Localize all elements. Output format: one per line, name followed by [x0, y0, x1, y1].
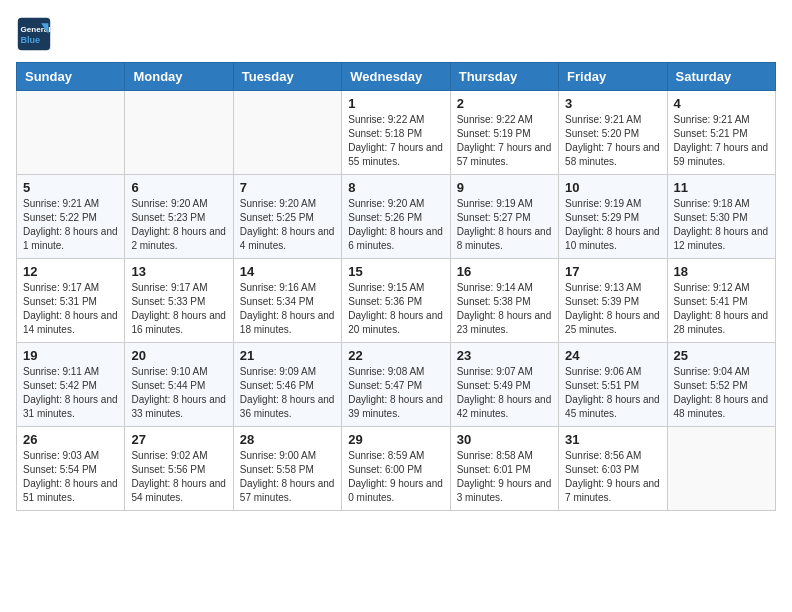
- day-number: 13: [131, 264, 226, 279]
- calendar-cell: 28Sunrise: 9:00 AM Sunset: 5:58 PM Dayli…: [233, 427, 341, 511]
- day-info: Sunrise: 9:06 AM Sunset: 5:51 PM Dayligh…: [565, 365, 660, 421]
- day-info: Sunrise: 9:03 AM Sunset: 5:54 PM Dayligh…: [23, 449, 118, 505]
- calendar-week-1: 1Sunrise: 9:22 AM Sunset: 5:18 PM Daylig…: [17, 91, 776, 175]
- calendar-cell: 10Sunrise: 9:19 AM Sunset: 5:29 PM Dayli…: [559, 175, 667, 259]
- day-info: Sunrise: 9:04 AM Sunset: 5:52 PM Dayligh…: [674, 365, 769, 421]
- day-info: Sunrise: 9:13 AM Sunset: 5:39 PM Dayligh…: [565, 281, 660, 337]
- day-number: 4: [674, 96, 769, 111]
- day-info: Sunrise: 9:11 AM Sunset: 5:42 PM Dayligh…: [23, 365, 118, 421]
- day-number: 21: [240, 348, 335, 363]
- day-info: Sunrise: 9:00 AM Sunset: 5:58 PM Dayligh…: [240, 449, 335, 505]
- day-number: 8: [348, 180, 443, 195]
- day-number: 18: [674, 264, 769, 279]
- calendar-cell: 8Sunrise: 9:20 AM Sunset: 5:26 PM Daylig…: [342, 175, 450, 259]
- weekday-header-row: SundayMondayTuesdayWednesdayThursdayFrid…: [17, 63, 776, 91]
- calendar-cell: 1Sunrise: 9:22 AM Sunset: 5:18 PM Daylig…: [342, 91, 450, 175]
- weekday-header-wednesday: Wednesday: [342, 63, 450, 91]
- day-info: Sunrise: 9:15 AM Sunset: 5:36 PM Dayligh…: [348, 281, 443, 337]
- day-info: Sunrise: 9:02 AM Sunset: 5:56 PM Dayligh…: [131, 449, 226, 505]
- day-number: 3: [565, 96, 660, 111]
- day-info: Sunrise: 9:20 AM Sunset: 5:23 PM Dayligh…: [131, 197, 226, 253]
- day-number: 12: [23, 264, 118, 279]
- day-number: 5: [23, 180, 118, 195]
- day-number: 29: [348, 432, 443, 447]
- day-info: Sunrise: 9:18 AM Sunset: 5:30 PM Dayligh…: [674, 197, 769, 253]
- calendar-cell: 24Sunrise: 9:06 AM Sunset: 5:51 PM Dayli…: [559, 343, 667, 427]
- day-info: Sunrise: 9:17 AM Sunset: 5:31 PM Dayligh…: [23, 281, 118, 337]
- calendar-week-4: 19Sunrise: 9:11 AM Sunset: 5:42 PM Dayli…: [17, 343, 776, 427]
- day-number: 22: [348, 348, 443, 363]
- calendar-cell: 31Sunrise: 8:56 AM Sunset: 6:03 PM Dayli…: [559, 427, 667, 511]
- calendar-cell: 17Sunrise: 9:13 AM Sunset: 5:39 PM Dayli…: [559, 259, 667, 343]
- day-number: 14: [240, 264, 335, 279]
- calendar-cell: 29Sunrise: 8:59 AM Sunset: 6:00 PM Dayli…: [342, 427, 450, 511]
- day-info: Sunrise: 9:08 AM Sunset: 5:47 PM Dayligh…: [348, 365, 443, 421]
- weekday-header-saturday: Saturday: [667, 63, 775, 91]
- day-number: 6: [131, 180, 226, 195]
- day-number: 27: [131, 432, 226, 447]
- calendar-cell: [125, 91, 233, 175]
- logo-icon: General Blue: [16, 16, 52, 52]
- day-number: 15: [348, 264, 443, 279]
- weekday-header-tuesday: Tuesday: [233, 63, 341, 91]
- day-info: Sunrise: 9:22 AM Sunset: 5:18 PM Dayligh…: [348, 113, 443, 169]
- weekday-header-monday: Monday: [125, 63, 233, 91]
- svg-text:Blue: Blue: [21, 35, 41, 45]
- calendar-cell: 6Sunrise: 9:20 AM Sunset: 5:23 PM Daylig…: [125, 175, 233, 259]
- day-info: Sunrise: 9:10 AM Sunset: 5:44 PM Dayligh…: [131, 365, 226, 421]
- day-number: 30: [457, 432, 552, 447]
- calendar-cell: 26Sunrise: 9:03 AM Sunset: 5:54 PM Dayli…: [17, 427, 125, 511]
- day-info: Sunrise: 9:09 AM Sunset: 5:46 PM Dayligh…: [240, 365, 335, 421]
- day-number: 26: [23, 432, 118, 447]
- calendar-cell: [17, 91, 125, 175]
- calendar-cell: 4Sunrise: 9:21 AM Sunset: 5:21 PM Daylig…: [667, 91, 775, 175]
- day-number: 20: [131, 348, 226, 363]
- day-info: Sunrise: 9:16 AM Sunset: 5:34 PM Dayligh…: [240, 281, 335, 337]
- calendar-cell: 3Sunrise: 9:21 AM Sunset: 5:20 PM Daylig…: [559, 91, 667, 175]
- calendar-cell: 30Sunrise: 8:58 AM Sunset: 6:01 PM Dayli…: [450, 427, 558, 511]
- day-info: Sunrise: 9:14 AM Sunset: 5:38 PM Dayligh…: [457, 281, 552, 337]
- day-number: 10: [565, 180, 660, 195]
- weekday-header-thursday: Thursday: [450, 63, 558, 91]
- day-info: Sunrise: 9:19 AM Sunset: 5:27 PM Dayligh…: [457, 197, 552, 253]
- day-number: 28: [240, 432, 335, 447]
- calendar-cell: 21Sunrise: 9:09 AM Sunset: 5:46 PM Dayli…: [233, 343, 341, 427]
- day-number: 24: [565, 348, 660, 363]
- weekday-header-sunday: Sunday: [17, 63, 125, 91]
- day-number: 17: [565, 264, 660, 279]
- calendar-cell: 13Sunrise: 9:17 AM Sunset: 5:33 PM Dayli…: [125, 259, 233, 343]
- day-number: 1: [348, 96, 443, 111]
- day-info: Sunrise: 9:12 AM Sunset: 5:41 PM Dayligh…: [674, 281, 769, 337]
- day-info: Sunrise: 9:22 AM Sunset: 5:19 PM Dayligh…: [457, 113, 552, 169]
- calendar-cell: 12Sunrise: 9:17 AM Sunset: 5:31 PM Dayli…: [17, 259, 125, 343]
- weekday-header-friday: Friday: [559, 63, 667, 91]
- day-info: Sunrise: 8:56 AM Sunset: 6:03 PM Dayligh…: [565, 449, 660, 505]
- calendar-cell: 16Sunrise: 9:14 AM Sunset: 5:38 PM Dayli…: [450, 259, 558, 343]
- calendar-cell: 23Sunrise: 9:07 AM Sunset: 5:49 PM Dayli…: [450, 343, 558, 427]
- calendar-cell: 2Sunrise: 9:22 AM Sunset: 5:19 PM Daylig…: [450, 91, 558, 175]
- day-number: 16: [457, 264, 552, 279]
- day-info: Sunrise: 9:17 AM Sunset: 5:33 PM Dayligh…: [131, 281, 226, 337]
- day-number: 23: [457, 348, 552, 363]
- calendar-cell: 22Sunrise: 9:08 AM Sunset: 5:47 PM Dayli…: [342, 343, 450, 427]
- day-info: Sunrise: 8:58 AM Sunset: 6:01 PM Dayligh…: [457, 449, 552, 505]
- calendar-cell: 9Sunrise: 9:19 AM Sunset: 5:27 PM Daylig…: [450, 175, 558, 259]
- calendar-cell: 19Sunrise: 9:11 AM Sunset: 5:42 PM Dayli…: [17, 343, 125, 427]
- calendar-cell: 7Sunrise: 9:20 AM Sunset: 5:25 PM Daylig…: [233, 175, 341, 259]
- calendar-week-2: 5Sunrise: 9:21 AM Sunset: 5:22 PM Daylig…: [17, 175, 776, 259]
- calendar-cell: 11Sunrise: 9:18 AM Sunset: 5:30 PM Dayli…: [667, 175, 775, 259]
- day-number: 2: [457, 96, 552, 111]
- day-info: Sunrise: 9:20 AM Sunset: 5:25 PM Dayligh…: [240, 197, 335, 253]
- calendar-week-5: 26Sunrise: 9:03 AM Sunset: 5:54 PM Dayli…: [17, 427, 776, 511]
- calendar-cell: [667, 427, 775, 511]
- day-number: 19: [23, 348, 118, 363]
- calendar-cell: 15Sunrise: 9:15 AM Sunset: 5:36 PM Dayli…: [342, 259, 450, 343]
- day-info: Sunrise: 8:59 AM Sunset: 6:00 PM Dayligh…: [348, 449, 443, 505]
- calendar-table: SundayMondayTuesdayWednesdayThursdayFrid…: [16, 62, 776, 511]
- day-number: 7: [240, 180, 335, 195]
- day-number: 11: [674, 180, 769, 195]
- calendar-cell: 5Sunrise: 9:21 AM Sunset: 5:22 PM Daylig…: [17, 175, 125, 259]
- day-info: Sunrise: 9:21 AM Sunset: 5:20 PM Dayligh…: [565, 113, 660, 169]
- calendar-cell: 18Sunrise: 9:12 AM Sunset: 5:41 PM Dayli…: [667, 259, 775, 343]
- calendar-cell: 27Sunrise: 9:02 AM Sunset: 5:56 PM Dayli…: [125, 427, 233, 511]
